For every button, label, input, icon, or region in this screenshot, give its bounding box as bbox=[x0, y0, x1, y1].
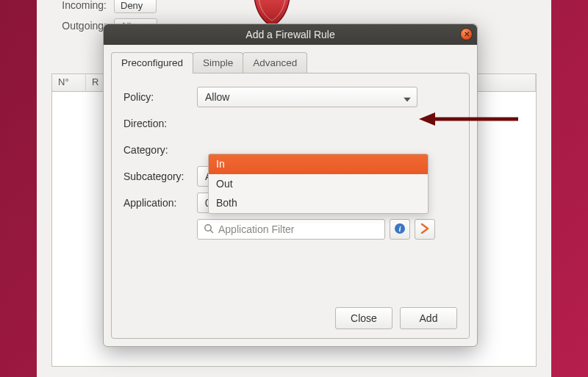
tabstrip: Preconfigured Simple Advanced bbox=[111, 52, 470, 73]
category-label: Category: bbox=[123, 144, 197, 156]
dialog-titlebar[interactable]: Add a Firewall Rule ✕ bbox=[104, 24, 477, 45]
direction-option-in[interactable]: In bbox=[209, 154, 428, 174]
dialog-body: Preconfigured Simple Advanced Policy: Al… bbox=[104, 45, 477, 346]
tab-preconfigured[interactable]: Preconfigured bbox=[111, 52, 193, 73]
incoming-label: Incoming: bbox=[51, 0, 107, 11]
policy-value: Allow bbox=[205, 91, 229, 103]
col-no[interactable]: N° bbox=[52, 74, 86, 91]
svg-line-1 bbox=[210, 230, 213, 233]
go-button[interactable] bbox=[415, 219, 435, 240]
chevron-down-icon bbox=[404, 93, 411, 104]
tab-simple[interactable]: Simple bbox=[193, 52, 243, 73]
dialog-close-button[interactable]: ✕ bbox=[460, 28, 473, 40]
filter-placeholder: Application Filter bbox=[218, 223, 295, 235]
add-firewall-rule-dialog: Add a Firewall Rule ✕ Preconfigured Simp… bbox=[103, 24, 478, 347]
subcategory-label: Subcategory: bbox=[123, 170, 197, 182]
direction-label: Direction: bbox=[123, 118, 197, 129]
info-button[interactable]: i bbox=[390, 219, 410, 240]
info-icon: i bbox=[394, 223, 406, 237]
close-button[interactable]: Close bbox=[335, 307, 392, 329]
outgoing-label: Outgoing: bbox=[51, 20, 107, 32]
search-icon bbox=[204, 223, 214, 236]
direction-option-both[interactable]: Both bbox=[209, 193, 428, 213]
chevron-right-icon bbox=[420, 223, 429, 236]
tabpanel-preconfigured: Policy: Allow Direction: Category: bbox=[111, 73, 470, 339]
add-button[interactable]: Add bbox=[400, 307, 457, 329]
direction-dropdown: In Out Both bbox=[208, 154, 429, 214]
policy-select[interactable]: Allow bbox=[197, 87, 417, 107]
application-label: Application: bbox=[123, 197, 197, 209]
close-icon: ✕ bbox=[464, 30, 470, 38]
incoming-select[interactable]: Deny bbox=[114, 0, 157, 13]
tab-advanced[interactable]: Advanced bbox=[243, 52, 307, 73]
application-filter-input[interactable]: Application Filter bbox=[197, 219, 385, 240]
dialog-button-row: Close Add bbox=[123, 300, 457, 329]
direction-option-out[interactable]: Out bbox=[209, 174, 428, 194]
svg-point-0 bbox=[205, 224, 211, 230]
policy-label: Policy: bbox=[123, 91, 197, 103]
incoming-value: Deny bbox=[121, 0, 143, 11]
dialog-title: Add a Firewall Rule bbox=[245, 29, 334, 40]
